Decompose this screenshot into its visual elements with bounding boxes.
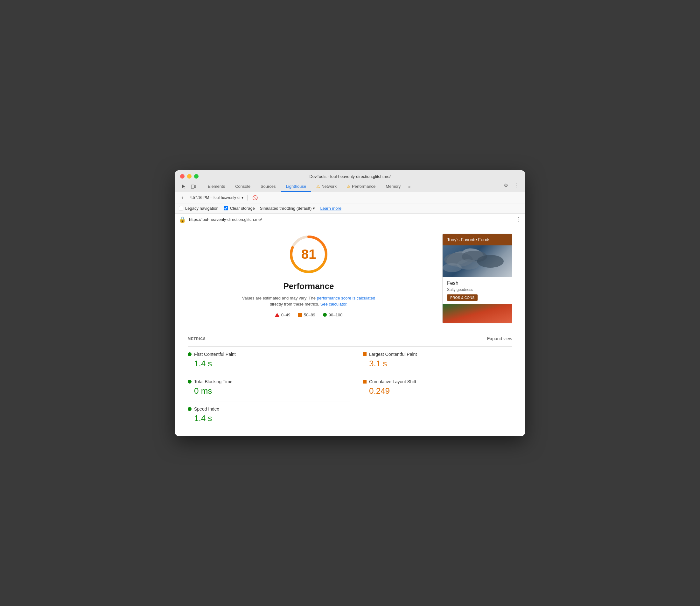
metric-fcp: First Contentful Paint 1.4 s <box>188 346 350 374</box>
metrics-header: METRICS Expand view <box>188 336 512 341</box>
si-value: 1.4 s <box>188 414 337 423</box>
lcp-value: 3.1 s <box>363 359 512 369</box>
lcp-indicator <box>363 352 366 356</box>
tab-performance[interactable]: ⚠ Performance <box>342 181 381 192</box>
window-title: DevTools - foul-heavenly-direction.glitc… <box>309 174 390 179</box>
tab-console[interactable]: Console <box>230 181 256 192</box>
lcp-label: Largest Contentful Paint <box>369 352 417 357</box>
tbt-label: Total Blocking Time <box>194 379 233 384</box>
preview-image2 <box>442 304 512 323</box>
score-number: 81 <box>301 247 316 262</box>
average-icon <box>298 313 302 317</box>
clear-storage-checkbox[interactable] <box>224 206 228 210</box>
tab-sources[interactable]: Sources <box>256 181 281 192</box>
cls-label: Cumulative Layout Shift <box>369 379 416 384</box>
tab-icons: ⚙ ⋮ <box>502 181 520 192</box>
tab-network[interactable]: ⚠ Network <box>311 181 342 192</box>
fcp-value: 1.4 s <box>188 359 337 369</box>
perf-score-link[interactable]: performance score is calculated <box>317 296 376 300</box>
throttle-select[interactable]: Simulated throttling (default) ▾ <box>260 206 315 211</box>
tab-elements[interactable]: Elements <box>203 181 230 192</box>
url-more-icon[interactable]: ⋮ <box>515 216 521 223</box>
metrics-section: METRICS Expand view First Contentful Pai… <box>188 336 512 428</box>
url-bar: 🔒 https://foul-heavenly-direction.glitch… <box>175 214 525 226</box>
legacy-navigation-option[interactable]: Legacy navigation <box>179 206 219 211</box>
svg-rect-9 <box>442 304 512 323</box>
tbt-indicator <box>188 380 192 383</box>
close-button[interactable] <box>180 174 185 179</box>
preview-body: Fesh Salty goodness PROS & CONS <box>442 277 512 304</box>
cls-indicator <box>363 380 366 383</box>
url-text: https://foul-heavenly-direction.glitch.m… <box>189 217 512 222</box>
tab-lighthouse[interactable]: Lighthouse <box>281 181 312 192</box>
stop-icon[interactable]: 🚫 <box>251 194 258 201</box>
tab-more[interactable]: » <box>406 182 413 192</box>
svg-rect-0 <box>191 185 194 188</box>
metric-lcp: Largest Contentful Paint 3.1 s <box>350 346 512 374</box>
devtools-tabs: Elements Console Sources Lighthouse ⚠ Ne… <box>180 181 520 192</box>
throttle-dropdown-icon: ▾ <box>313 206 315 211</box>
add-icon[interactable]: + <box>179 194 186 201</box>
score-legend: 0–49 50–89 90–100 <box>188 312 430 317</box>
fail-icon <box>275 313 280 317</box>
minimize-button[interactable] <box>187 174 192 179</box>
session-label: 4:57:16 PM – foul-heavenly-di ▾ <box>190 195 243 200</box>
cursor-icon[interactable] <box>180 183 188 190</box>
clear-storage-option[interactable]: Clear storage <box>224 206 255 211</box>
score-title: Performance <box>188 281 430 291</box>
legend-average: 50–89 <box>298 312 315 317</box>
food-desc: Salty goodness <box>447 287 507 292</box>
performance-warning-icon: ⚠ <box>347 184 351 189</box>
metric-cls: Cumulative Layout Shift 0.249 <box>350 374 512 401</box>
score-circle: 81 <box>288 234 329 275</box>
titlebar: DevTools - foul-heavenly-direction.glitc… <box>175 170 525 192</box>
pros-cons-button[interactable]: PROS & CONS <box>447 295 478 301</box>
preview-image <box>442 246 512 277</box>
devtools-actions <box>180 183 197 190</box>
score-section: 81 Performance Values are estimated and … <box>188 234 512 323</box>
svg-point-8 <box>442 263 462 272</box>
score-left: 81 Performance Values are estimated and … <box>188 234 430 317</box>
pass-icon <box>323 313 327 317</box>
cls-value: 0.249 <box>363 386 512 396</box>
metric-tbt: Total Blocking Time 0 ms <box>188 374 350 401</box>
svg-point-7 <box>477 255 504 268</box>
traffic-lights <box>180 174 198 179</box>
preview-header: Tony's Favorite Foods <box>442 234 512 246</box>
options-row: Legacy navigation Clear storage Simulate… <box>175 203 525 214</box>
metric-si: Speed Index 1.4 s <box>188 401 350 428</box>
metrics-title: METRICS <box>188 337 206 341</box>
session-dropdown-icon[interactable]: ▾ <box>241 195 243 200</box>
learn-more-link[interactable]: Learn more <box>320 206 341 211</box>
tab-memory[interactable]: Memory <box>381 181 406 192</box>
more-icon[interactable]: ⋮ <box>512 181 520 189</box>
si-indicator <box>188 407 192 411</box>
legend-pass: 90–100 <box>323 312 342 317</box>
food-name: Fesh <box>447 280 507 286</box>
calculator-link[interactable]: See calculator. <box>320 302 347 306</box>
si-label: Speed Index <box>194 406 219 412</box>
maximize-button[interactable] <box>194 174 198 179</box>
preview-card: Tony's Favorite Foods Fesh Salty <box>442 234 512 323</box>
expand-view-button[interactable]: Expand view <box>487 336 512 341</box>
legend-fail: 0–49 <box>275 312 290 317</box>
main-content: 81 Performance Values are estimated and … <box>175 226 525 436</box>
legacy-navigation-checkbox[interactable] <box>179 206 183 210</box>
network-warning-icon: ⚠ <box>316 184 320 189</box>
device-toggle-icon[interactable] <box>190 183 197 190</box>
score-description: Values are estimated and may vary. The p… <box>242 295 376 307</box>
tbt-value: 0 ms <box>188 386 337 396</box>
url-lock-icon: 🔒 <box>179 216 186 223</box>
fcp-indicator <box>188 352 192 356</box>
fcp-label: First Contentful Paint <box>194 352 236 357</box>
svg-rect-1 <box>194 186 196 188</box>
devtools-window: DevTools - foul-heavenly-direction.glitc… <box>175 170 525 436</box>
settings-icon[interactable]: ⚙ <box>502 181 510 189</box>
toolbar: + 4:57:16 PM – foul-heavenly-di ▾ 🚫 <box>175 192 525 203</box>
metrics-grid: First Contentful Paint 1.4 s Largest Con… <box>188 346 512 428</box>
